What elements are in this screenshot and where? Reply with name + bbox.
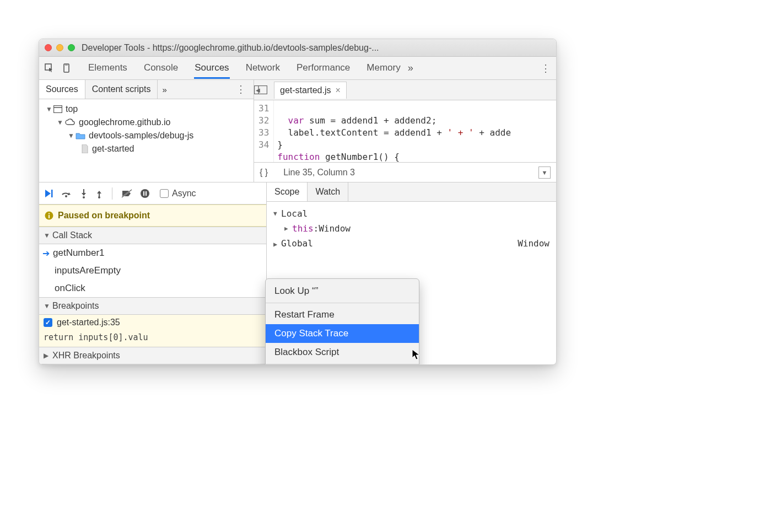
line-no-32: 32 xyxy=(258,115,269,127)
file-tabs: ◀ get-started.js × xyxy=(254,80,556,100)
editor-statusbar: { } Line 35, Column 3 ▼ xyxy=(254,162,556,182)
scope-tabs: Scope Watch xyxy=(267,182,556,202)
deactivate-breakpoints-icon[interactable] xyxy=(121,189,132,198)
window-frame-icon xyxy=(53,105,62,113)
navigator-pane: Sources Content scripts » ⋮ top googlech… xyxy=(39,80,254,182)
cm-restart-frame[interactable]: Restart Frame xyxy=(266,305,419,324)
async-checkbox-box[interactable] xyxy=(160,189,169,198)
gutter: 31 32 33 34 xyxy=(254,100,274,162)
tree-file[interactable]: get-started xyxy=(41,142,251,155)
file-tab-label: get-started.js xyxy=(280,85,331,95)
scope-global[interactable]: Global Window xyxy=(272,236,551,251)
svg-point-9 xyxy=(65,195,67,197)
tree-domain-label: googlechrome.github.io xyxy=(79,117,170,127)
tab-console[interactable]: Console xyxy=(143,57,179,79)
tree-top[interactable]: top xyxy=(41,103,251,116)
folder-icon xyxy=(76,132,85,139)
svg-rect-21 xyxy=(49,213,50,214)
stack-frame-2[interactable]: onClick xyxy=(39,280,266,297)
tabs-overflow-icon[interactable]: » xyxy=(408,62,413,74)
subtabs-overflow-icon[interactable]: » xyxy=(158,85,171,94)
svg-text:◀: ◀ xyxy=(256,87,260,93)
minimize-window-button[interactable] xyxy=(56,44,63,51)
close-tab-icon[interactable]: × xyxy=(335,85,340,95)
device-toggle-icon[interactable] xyxy=(62,63,72,73)
scope-local[interactable]: Local xyxy=(272,206,551,221)
tab-performance[interactable]: Performance xyxy=(296,57,351,79)
info-icon xyxy=(45,211,53,220)
tree-folder-label: devtools-samples/debug-js xyxy=(89,131,193,141)
xhr-breakpoints-header[interactable]: XHR Breakpoints xyxy=(39,347,266,364)
stack-frame-1[interactable]: inputsAreEmpty xyxy=(39,262,266,280)
paused-banner: Paused on breakpoint xyxy=(39,205,266,227)
inspect-element-icon[interactable] xyxy=(45,63,55,73)
tree-top-label: top xyxy=(66,104,78,114)
step-out-icon[interactable] xyxy=(95,189,103,198)
editor-pane: ◀ get-started.js × 31 32 33 34 var sum =… xyxy=(254,80,556,182)
async-label: Async xyxy=(172,189,196,198)
cm-blackbox-script[interactable]: Blackbox Script xyxy=(266,343,419,362)
tree-file-label: get-started xyxy=(92,144,134,154)
tab-sources[interactable]: Sources xyxy=(194,57,229,79)
step-over-icon[interactable] xyxy=(61,189,72,198)
resume-icon[interactable] xyxy=(44,189,53,198)
toggle-navigator-icon[interactable]: ◀ xyxy=(254,85,274,94)
tab-watch[interactable]: Watch xyxy=(308,182,348,201)
tab-elements[interactable]: Elements xyxy=(88,57,128,79)
cm-look-up[interactable]: Look Up “” xyxy=(266,282,419,300)
async-checkbox[interactable]: Async xyxy=(160,189,196,198)
maximize-window-button[interactable] xyxy=(68,44,75,51)
tab-network[interactable]: Network xyxy=(245,57,281,79)
main-menu-icon[interactable]: ⋮ xyxy=(541,62,551,74)
svg-rect-2 xyxy=(65,65,68,65)
breakpoint-label: get-started.js:35 xyxy=(57,318,120,327)
svg-rect-8 xyxy=(51,190,53,197)
svg-point-11 xyxy=(83,196,85,198)
stack-frame-0[interactable]: ➔ getNumber1 xyxy=(39,244,266,262)
breakpoint-row[interactable]: ✓ get-started.js:35 xyxy=(39,315,266,330)
close-window-button[interactable] xyxy=(45,44,52,51)
file-icon xyxy=(81,144,89,153)
cursor-position: Line 35, Column 3 xyxy=(283,168,355,178)
svg-point-13 xyxy=(98,196,100,198)
traffic-lights xyxy=(45,44,75,51)
scope-body: Local this: Window Global Window xyxy=(267,202,556,255)
file-tab-get-started[interactable]: get-started.js × xyxy=(274,82,347,99)
breakpoint-checkbox[interactable]: ✓ xyxy=(44,318,52,327)
subtab-content-scripts[interactable]: Content scripts xyxy=(85,80,158,99)
coverage-dropdown[interactable]: ▼ xyxy=(538,166,551,179)
navigator-subtabs: Sources Content scripts » ⋮ xyxy=(39,80,254,99)
tab-memory[interactable]: Memory xyxy=(366,57,401,79)
context-menu: Look Up “” Restart Frame Copy Stack Trac… xyxy=(265,278,419,365)
step-into-icon[interactable] xyxy=(80,189,88,198)
svg-rect-3 xyxy=(54,106,62,113)
main-tabs: Elements Console Sources Network Perform… xyxy=(88,57,401,79)
file-tree: top googlechrome.github.io devtools-samp… xyxy=(39,99,254,182)
pretty-print-icon[interactable]: { } xyxy=(260,168,268,178)
svg-rect-18 xyxy=(146,191,147,196)
mouse-cursor-icon xyxy=(412,349,421,360)
tree-domain[interactable]: googlechrome.github.io xyxy=(41,116,251,129)
svg-point-16 xyxy=(141,189,149,198)
devtools-window: Developer Tools - https://googlechrome.g… xyxy=(39,39,557,365)
cm-copy-stack-trace[interactable]: Copy Stack Trace xyxy=(266,324,419,343)
tab-scope[interactable]: Scope xyxy=(267,182,308,201)
main-toolbar: Elements Console Sources Network Perform… xyxy=(39,57,556,80)
titlebar: Developer Tools - https://googlechrome.g… xyxy=(39,39,556,57)
navigator-menu-icon[interactable]: ⋮ xyxy=(228,83,254,95)
line-no-34: 34 xyxy=(258,139,269,151)
line-no-31: 31 xyxy=(258,103,269,115)
pause-on-exceptions-icon[interactable] xyxy=(140,189,150,198)
scope-this[interactable]: this: Window xyxy=(272,221,551,236)
debugger-toolbar: Async xyxy=(39,182,266,205)
window-title: Developer Tools - https://googlechrome.g… xyxy=(82,43,379,53)
breakpoints-header[interactable]: Breakpoints xyxy=(39,297,266,315)
tree-folder[interactable]: devtools-samples/debug-js xyxy=(41,129,251,142)
subtab-sources[interactable]: Sources xyxy=(39,79,85,99)
svg-rect-17 xyxy=(143,191,144,196)
code-editor[interactable]: 31 32 33 34 var sum = addend1 + addend2;… xyxy=(254,100,556,162)
current-frame-arrow-icon: ➔ xyxy=(42,248,50,259)
cloud-icon xyxy=(64,119,76,126)
call-stack-header[interactable]: Call Stack xyxy=(39,227,266,244)
svg-rect-20 xyxy=(49,215,50,218)
